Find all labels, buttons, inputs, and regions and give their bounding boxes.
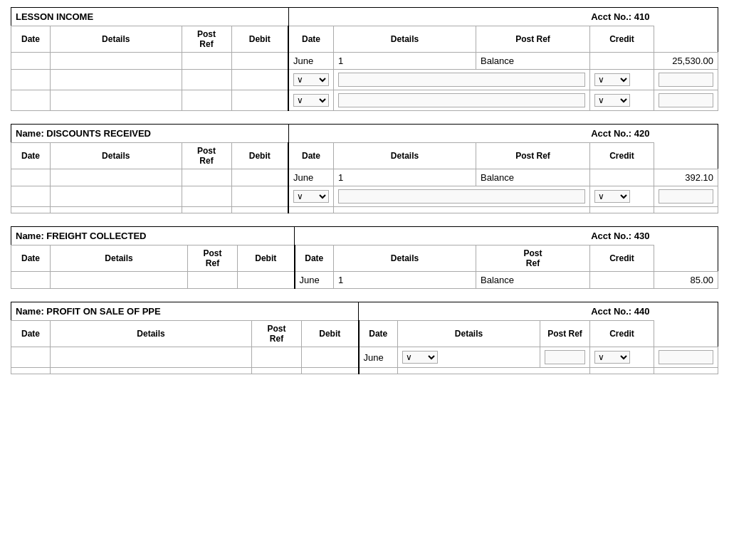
right-date-select-r2[interactable]: ∨ — [288, 186, 334, 207]
left-details-r1 — [51, 272, 188, 289]
table-410-name: LESSON INCOME — [11, 8, 289, 26]
postref-dropdown-r2[interactable]: ∨ — [594, 73, 630, 86]
left-debit-r3 — [231, 90, 288, 111]
details-input-r2[interactable] — [338, 73, 585, 87]
table-440-acct: Acct No.: 440 — [359, 302, 654, 321]
left-postref-r3 — [182, 90, 231, 111]
left-details-r1 — [51, 347, 252, 368]
right-details-r1: Balance — [476, 272, 590, 289]
left-details-r1 — [51, 53, 182, 70]
col-postref-1: PostRef — [182, 143, 231, 169]
right-details-r1: Balance — [476, 53, 590, 70]
right-postref-select-r3[interactable]: ∨ — [590, 90, 654, 111]
left-postref-r2 — [252, 368, 302, 374]
col-postref-2: PostRef — [476, 245, 590, 272]
right-postref-select-r1[interactable]: ∨ — [590, 347, 654, 368]
right-credit-input-r1[interactable] — [654, 347, 718, 368]
left-details-r3 — [51, 207, 182, 213]
credit-input-r1[interactable] — [659, 350, 713, 364]
right-date-select-r3[interactable]: ∨ — [288, 90, 334, 111]
right-details-input-r1[interactable] — [540, 347, 590, 368]
left-details-r2 — [51, 186, 182, 207]
date-dropdown-r2[interactable]: ∨ — [293, 73, 329, 86]
col-postref-2: Post Ref — [476, 26, 590, 53]
left-postref-r1 — [182, 53, 231, 70]
table-row: ∨ ∨ — [11, 70, 718, 90]
col-postref-1: PostRef — [252, 321, 302, 347]
date-dropdown-r2[interactable]: ∨ — [293, 190, 329, 203]
right-postref-r1 — [590, 169, 654, 186]
right-date2-r1: 1 — [334, 272, 476, 289]
col-details-1: Details — [51, 26, 182, 53]
left-debit-r1 — [231, 169, 288, 186]
credit-input-r2[interactable] — [659, 73, 713, 87]
details-input-r3[interactable] — [338, 93, 585, 107]
credit-input-r2[interactable] — [659, 189, 713, 204]
right-date-select-r1[interactable]: ∨ — [398, 347, 540, 368]
left-details-r2 — [51, 368, 252, 374]
table-row — [11, 368, 718, 374]
left-date1-r1 — [11, 347, 51, 368]
right-date1-r1: June — [295, 272, 334, 289]
details-input-r1[interactable] — [545, 350, 585, 364]
right-date-r3 — [288, 207, 334, 213]
col-debit-1: Debit — [238, 245, 295, 272]
left-postref-r3 — [182, 207, 231, 213]
col-details-1: Details — [51, 143, 182, 169]
date-dropdown-r3[interactable]: ∨ — [293, 94, 329, 107]
col-details-2: Details — [334, 26, 476, 53]
postref-dropdown-r3[interactable]: ∨ — [594, 94, 630, 107]
col-postref-1: PostRef — [182, 26, 231, 53]
left-debit-r1 — [231, 53, 288, 70]
left-date1-r1 — [11, 169, 51, 186]
col-debit-1: Debit — [231, 26, 288, 53]
left-debit-r1 — [238, 272, 295, 289]
col-details-1: Details — [51, 245, 188, 272]
postref-dropdown-r2[interactable]: ∨ — [594, 190, 630, 203]
table-row: June ∨ ∨ — [11, 347, 718, 368]
table-row: June 1 Balance 392.10 — [11, 169, 718, 186]
right-details-input-r2[interactable] — [334, 186, 590, 207]
ledger-table-410: LESSON INCOME Acct No.: 410 Date Details… — [11, 7, 718, 111]
right-credit-input-r3[interactable] — [654, 90, 718, 111]
right-postref-r3 — [590, 207, 654, 213]
table-row: June 1 Balance 85.00 — [11, 272, 718, 289]
table-440-name: Name: PROFIT ON SALE OF PPE — [11, 302, 359, 321]
ledger-table-440: Name: PROFIT ON SALE OF PPE Acct No.: 44… — [11, 302, 718, 374]
right-credit-input-r2[interactable] — [654, 186, 718, 207]
left-date1-r3 — [11, 207, 51, 213]
left-postref-r2 — [182, 186, 231, 207]
postref-dropdown-r1[interactable]: ∨ — [594, 351, 630, 364]
table-row: June 1 Balance 25,530.00 — [11, 53, 718, 70]
left-debit-r2 — [302, 368, 359, 374]
right-date2-r1: 1 — [334, 169, 476, 186]
col-credit-1: Credit — [590, 321, 654, 347]
right-credit-input-r2[interactable] — [654, 70, 718, 90]
table-row: ∨ ∨ — [11, 90, 718, 111]
ledger-table-430: Name: FREIGHT COLLECTED Acct No.: 430 Da… — [11, 226, 718, 289]
right-credit-r2 — [654, 368, 718, 374]
right-details-input-r3[interactable] — [334, 90, 590, 111]
left-details-r1 — [51, 169, 182, 186]
right-postref-select-r2[interactable]: ∨ — [590, 186, 654, 207]
left-date1-r1 — [11, 272, 51, 289]
right-postref-select-r2[interactable]: ∨ — [590, 70, 654, 90]
table-410-acct: Acct No.: 410 — [288, 8, 654, 26]
col-date-2: Date — [288, 26, 334, 53]
col-date-1: Date — [11, 321, 51, 347]
right-credit-r1: 392.10 — [654, 169, 718, 186]
credit-input-r3[interactable] — [659, 93, 713, 107]
col-date-2: Date — [359, 321, 398, 347]
col-postref-1: PostRef — [188, 245, 238, 272]
right-postref-r1 — [590, 272, 654, 289]
right-details-input-r2[interactable] — [334, 70, 590, 90]
col-details-2: Details — [334, 143, 476, 169]
details-input-r2[interactable] — [338, 189, 585, 204]
right-date1-r1: June — [288, 169, 334, 186]
right-date-select-r2[interactable]: ∨ — [288, 70, 334, 90]
date-dropdown-r1[interactable]: ∨ — [402, 351, 438, 364]
col-credit-1: Credit — [590, 26, 654, 53]
right-date-r2 — [359, 368, 398, 374]
right-credit-r1: 85.00 — [654, 272, 718, 289]
left-postref-r2 — [182, 70, 231, 90]
